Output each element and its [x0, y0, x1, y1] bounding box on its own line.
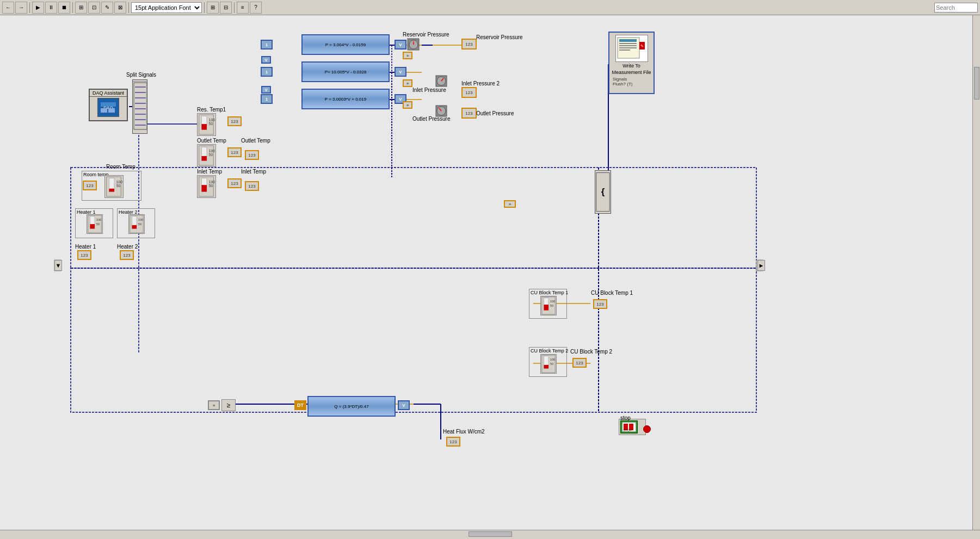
heater1-thermo[interactable]: 100 50 [87, 214, 103, 234]
back-button[interactable]: ← [2, 2, 14, 14]
zoom-out-button[interactable]: ⊟ [220, 2, 232, 14]
forward-button[interactable]: → [15, 2, 27, 14]
h-scroll-thumb[interactable] [469, 531, 512, 537]
svg-rect-56 [619, 43, 637, 44]
tool4-button[interactable]: ⊠ [114, 2, 126, 14]
svg-text:STOP: STOP [623, 429, 632, 432]
left-sidebar-tab[interactable]: ▼ [54, 260, 62, 271]
outlet-temp-thermo[interactable]: 100 50 [197, 144, 216, 167]
cu-block-temp2-num[interactable]: 123 [572, 358, 587, 368]
heater2-num[interactable]: 123 [120, 250, 134, 260]
font-select[interactable]: 15pt Application Font [131, 2, 202, 13]
cu-block-temp1-label: CU Block Temp 1 [591, 290, 633, 296]
right-sidebar-tab[interactable]: ► [757, 260, 765, 271]
vertical-scrollbar[interactable] [972, 15, 980, 530]
flush-label: Flush? (T) [612, 82, 651, 86]
conn-box-1[interactable]: 1 [261, 40, 273, 49]
pause-button[interactable]: ⏸ [45, 2, 57, 14]
formula-q-block[interactable]: Q = (3.9*DT)/0.47 [307, 396, 396, 417]
heater1-num[interactable]: 123 [77, 250, 91, 260]
help-button[interactable]: ? [250, 2, 262, 14]
out-box-1[interactable]: V [395, 40, 406, 49]
cu-block-temp2-thermo[interactable]: 100 50 [540, 354, 557, 374]
inlet-pressure-gauge[interactable] [435, 75, 447, 87]
res-temp1-thermo[interactable]: 100 50 [197, 113, 216, 136]
write-file-icon: ✎ [615, 35, 648, 62]
right-conn1[interactable]: ≡ [504, 200, 516, 208]
stop-toolbar-button[interactable]: ⏹ [58, 2, 70, 14]
inlet-conn2[interactable]: ≡ [403, 79, 412, 87]
split-signals-block[interactable] [132, 79, 147, 134]
inlet-pressure2-num[interactable]: 123 [461, 87, 477, 98]
heater2-group: Heater 2 100 50 [117, 208, 155, 238]
svg-rect-66 [201, 124, 207, 129]
dt-label[interactable]: DT [294, 400, 306, 410]
stop-button-icon[interactable]: STOP [620, 420, 638, 433]
outlet-temp2-label: Outlet Temp [241, 138, 270, 144]
conn-box-q1[interactable]: ≡ [208, 400, 220, 410]
stop-indicator[interactable] [643, 425, 651, 433]
formula-block-1[interactable]: P = 3.004*V - 0.0159 [301, 34, 390, 55]
zoom-in-button[interactable]: ⊞ [207, 2, 219, 14]
svg-rect-58 [619, 47, 637, 48]
stop-block[interactable]: STOP [619, 419, 646, 435]
cu-block-temp1-thermo[interactable]: 100 50 [540, 296, 557, 315]
inlet-conn3[interactable]: ≡ [403, 101, 412, 109]
room-temp-thermo[interactable]: 100 50 [104, 175, 124, 198]
tool1-button[interactable]: ⊞ [75, 2, 87, 14]
formula-block-2[interactable]: P= 10.005*V - 0.0328 [301, 61, 390, 82]
res-pressure-gauge[interactable] [407, 38, 419, 50]
horizontal-scrollbar[interactable] [0, 530, 980, 537]
svg-rect-91 [132, 225, 137, 229]
cu-block-temp2-group: CU Block Temp 2 100 50 [529, 347, 567, 377]
heat-flux-num[interactable]: 123 [446, 437, 460, 447]
tool3-button[interactable]: ✎ [101, 2, 113, 14]
res-pressure-num[interactable]: 123 [461, 39, 477, 49]
bundle-block[interactable]: { [595, 170, 611, 214]
formula-block-3[interactable]: P = 3.0003*V + 0.019 [301, 89, 390, 109]
svg-text:100: 100 [138, 218, 143, 221]
inlet-conn1[interactable]: ≡ [403, 52, 412, 59]
daq-assistant-block[interactable]: DAQ Assistant DAQ [89, 89, 128, 121]
svg-text:100: 100 [550, 358, 555, 361]
write-to-file-block[interactable]: ✎ Write To Measurement File Signals Flus… [608, 32, 655, 94]
svg-rect-101 [544, 365, 549, 369]
svg-rect-13 [71, 168, 756, 268]
svg-text:50: 50 [138, 222, 141, 226]
res-temp1-num[interactable]: 123 [227, 116, 242, 126]
room-temp-num1[interactable]: 123 [83, 181, 97, 190]
search-input[interactable] [934, 3, 978, 13]
left-conn-1[interactable]: V [261, 56, 271, 64]
v-scroll-thumb[interactable] [974, 67, 979, 100]
outlet-pressure-num[interactable]: 123 [461, 108, 477, 119]
inlet-temp-label: Inlet Temp [197, 169, 222, 175]
conn-box-q2[interactable]: V [398, 400, 410, 410]
outlet-pressure-gauge[interactable] [435, 105, 447, 117]
conn-box-2[interactable]: 1 [261, 67, 273, 77]
heater1-label: Heater 1 [75, 244, 96, 250]
outlet-pressure-value-label: Outlet Pressure [476, 110, 514, 116]
svg-rect-38 [108, 108, 115, 113]
tool2-button[interactable]: ⊡ [88, 2, 100, 14]
cu-block-temp1-num[interactable]: 123 [593, 299, 607, 309]
outlet-temp2-num[interactable]: 123 [245, 150, 259, 160]
separator5 [234, 2, 235, 13]
split-signals-label: Split Signals [126, 72, 156, 78]
svg-text:50: 50 [209, 184, 213, 188]
inlet-temp2-num[interactable]: 123 [245, 181, 259, 191]
inlet-temp-num[interactable]: 123 [227, 178, 242, 188]
svg-rect-55 [619, 39, 637, 42]
search-box [934, 3, 978, 13]
svg-rect-39 [134, 83, 147, 129]
comparison-block[interactable]: ≥ [221, 399, 236, 411]
align-button[interactable]: ≡ [237, 2, 249, 14]
outlet-temp-num[interactable]: 123 [227, 147, 242, 157]
inlet-temp-thermo[interactable]: 100 50 [197, 175, 216, 198]
out-box-2[interactable]: V [395, 67, 406, 77]
conn-box-3[interactable]: 1 [261, 94, 273, 104]
heater2-thermo[interactable]: 100 50 [128, 214, 145, 234]
left-conn-2[interactable]: V [261, 86, 271, 94]
svg-rect-81 [109, 189, 114, 192]
cu-block-temp1-inner-label: CU Block Temp 1 [531, 290, 568, 295]
run-button[interactable]: ▶ [32, 2, 44, 14]
